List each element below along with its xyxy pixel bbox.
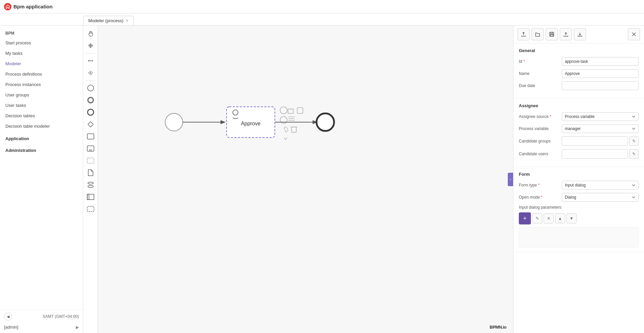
tool-lasso[interactable] [85,68,96,78]
name-input[interactable] [562,69,639,78]
sidebar-footer: ◀ SAMT (GMT+04:00) [0,309,83,323]
assignee-source-label: Assignee source [519,114,559,119]
params-table [519,227,639,247]
sidebar-expand-icon[interactable]: ▶ [76,325,79,330]
sidebar-item-label: Process instances [5,82,41,87]
input-dialog-params-label: Input dialog parameters: [519,205,639,210]
process-variable-select[interactable]: manager initiator reviewer [562,124,639,133]
save-button[interactable] [546,28,558,40]
sidebar-item-label: Decision tables [5,113,35,118]
sidebar: BPM Start process My tasks Modeler Proce… [0,26,83,333]
svg-rect-35 [297,108,303,113]
id-input[interactable] [562,57,639,66]
sidebar-item-user-groups[interactable]: User groups [0,90,83,100]
id-field-row: Id [519,57,639,66]
tool-intermediate-event[interactable] [85,95,96,106]
close-panel-button[interactable] [628,28,640,40]
add-param-button[interactable]: + [519,212,531,224]
candidate-users-input[interactable] [562,149,628,159]
main-layout: BPM Start process My tasks Modeler Proce… [0,26,644,333]
tool-end-event[interactable] [85,107,96,118]
form-section-title: Form [519,172,639,177]
right-panel: General Id Name Due date Assignee [513,26,644,333]
tool-data-object[interactable] [85,167,96,178]
name-label: Name [519,71,559,76]
sidebar-item-decision-table-modeler[interactable]: Decision table modeler [0,121,83,131]
export-up-button[interactable] [560,28,572,40]
edit-param-button[interactable]: ✎ [532,213,542,223]
name-field-row: Name [519,69,639,78]
panel-collapse-button[interactable]: › [508,173,513,186]
svg-point-12 [88,98,93,102]
tool-data-store[interactable] [85,179,96,190]
tool-start-event[interactable] [85,83,96,93]
form-type-row: Form type Input dialog External form Non… [519,181,639,190]
due-date-field-row: Due date [519,81,639,90]
open-button[interactable] [532,28,544,40]
move-up-param-button[interactable]: ▲ [555,213,565,223]
app-title: Bpm application [13,4,53,9]
candidate-groups-input[interactable] [562,136,628,146]
sidebar-collapse-button[interactable]: ◀ [4,313,12,321]
svg-point-28 [165,113,183,131]
sidebar-item-my-tasks[interactable]: My tasks [0,48,83,58]
sidebar-item-process-definitions[interactable]: Process definitions [0,69,83,79]
tool-hand[interactable] [85,28,96,39]
svg-point-33 [280,107,287,114]
svg-rect-17 [90,150,92,151]
move-down-param-button[interactable]: ▼ [566,213,577,223]
candidate-groups-field: ✎ [562,136,639,146]
due-date-input[interactable] [562,81,639,90]
tool-pool[interactable] [85,192,96,202]
tool-subprocess[interactable] [85,143,96,154]
bpm-section-label: BPM [0,26,83,38]
sidebar-item-user-tasks[interactable]: User tasks [0,100,83,111]
svg-rect-40 [292,127,296,132]
bpmn-canvas[interactable]: Approve [98,26,513,333]
sidebar-item-decision-tables[interactable]: Decision tables [0,111,83,121]
open-mode-select[interactable]: Dialog Inline Side panel [562,193,639,202]
form-actions: + ✎ ✕ ▲ ▼ [519,212,639,224]
assignee-section-title: Assignee [519,103,639,108]
tab-close-icon[interactable]: ✕ [126,18,129,23]
process-variable-row: Process variable manager initiator revie… [519,124,639,133]
import-button[interactable] [574,28,586,40]
form-section: Form Form type Input dialog External for… [513,167,644,252]
tool-gateway[interactable] [85,119,96,130]
svg-rect-20 [87,158,94,163]
top-bar: Bpm application [0,0,644,13]
tab-modeler[interactable]: Modeler (process) ✕ [83,16,134,25]
sidebar-item-label: Start process [5,40,31,45]
sidebar-item-modeler[interactable]: Modeler [0,58,83,69]
sidebar-timezone: SAMT (GMT+04:00) [43,314,79,319]
canvas-area: Approve [83,26,513,333]
form-type-select[interactable]: Input dialog External form None [562,181,639,190]
upload-button[interactable] [517,28,530,40]
assignee-source-select[interactable]: Process variable Expression Static value [562,112,639,121]
sidebar-user: SAMT (GMT+04:00) [43,314,79,319]
candidate-users-edit-button[interactable]: ✎ [629,149,639,159]
sidebar-item-label: User tasks [5,103,26,108]
sidebar-item-start-process[interactable]: Start process [0,38,83,48]
form-type-label: Form type [519,183,559,188]
tool-event-subprocess[interactable] [85,155,96,166]
bpmn-toolbox [83,26,98,333]
sidebar-item-process-instances[interactable]: Process instances [0,79,83,90]
svg-marker-14 [88,122,93,127]
tab-label: Modeler (process) [88,18,123,23]
tool-task[interactable] [85,131,96,142]
svg-rect-27 [87,206,94,212]
application-group-label[interactable]: Application [0,131,83,143]
tool-arrows[interactable] [85,55,96,66]
administration-group-label[interactable]: Administration [0,143,83,155]
candidate-users-label: Candidate users [519,152,559,156]
tool-group[interactable] [85,204,96,214]
input-dialog-params: Input dialog parameters: + ✎ ✕ ▲ ▼ [519,205,639,247]
candidate-users-field: ✎ [562,149,639,159]
candidate-groups-edit-button[interactable]: ✎ [629,136,639,146]
delete-param-button[interactable]: ✕ [544,213,554,223]
sidebar-item-label: Modeler [5,61,21,66]
tool-cross[interactable] [85,40,96,51]
assignee-source-row: Assignee source Process variable Express… [519,112,639,121]
sidebar-item-label: User groups [5,92,29,97]
